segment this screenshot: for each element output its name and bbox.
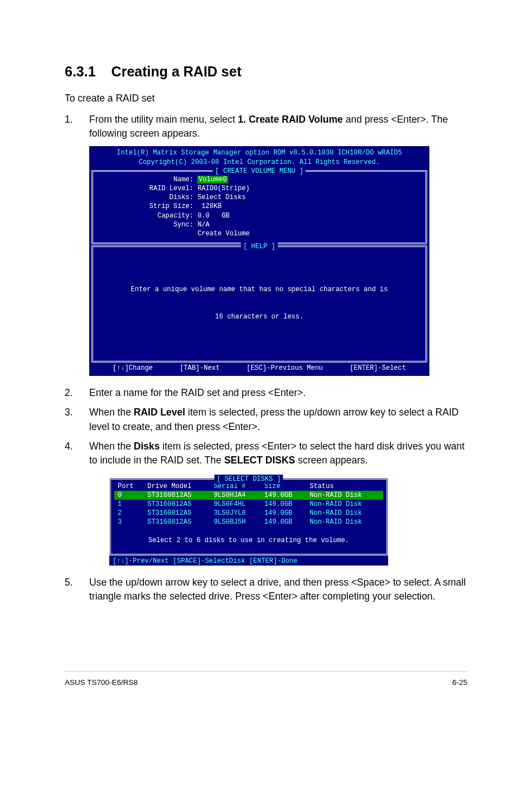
r0-port: 0 xyxy=(114,491,144,500)
section-title-text: Creating a RAID set xyxy=(112,64,241,79)
footer-right: 6-25 xyxy=(452,677,467,688)
r1-port: 1 xyxy=(114,500,144,509)
intro-text: To create a RAID set xyxy=(65,91,467,105)
disk-row-3: 3 ST3160812AS 9LS0BJ5H 149.0GB Non-RAID … xyxy=(114,518,383,526)
fld-strip-v: 128KB xyxy=(197,202,221,210)
fld-create-v: Create Volume xyxy=(197,230,250,238)
step-number: 1. xyxy=(65,113,89,141)
step-5: 5. Use the up/down arrow key to select a… xyxy=(65,576,467,604)
bios2-msg: Select 2 to 6 disks to use in creating t… xyxy=(114,527,383,550)
hdr-port: Port xyxy=(114,482,144,491)
disk-row-1: 1 ST3160812AS 9LS0F4HL 149.0GB Non-RAID … xyxy=(114,500,383,509)
bios1-title-line2: Copyright(C) 2003-08 Intel Corporation. … xyxy=(93,158,426,167)
bios1-box2-label: [ HELP ] xyxy=(241,242,278,251)
step-4-bold: Disks xyxy=(134,441,160,452)
fld-capacity-v: 0.0 GB xyxy=(197,212,230,220)
bios1-help-box: [ HELP ] Enter a unique volume name that… xyxy=(91,245,427,363)
r0-status: Non-RAID Disk xyxy=(306,491,383,500)
bios1-title-line1: Intel(R) Matrix Storage Manager option R… xyxy=(93,148,426,157)
r2-port: 2 xyxy=(114,509,144,518)
r1-status: Non-RAID Disk xyxy=(306,500,383,509)
fld-sync-v: N/A xyxy=(197,221,210,229)
page-footer: ASUS TS700-E6/RS8 6-25 xyxy=(65,671,467,688)
bios2-footer: [↑↓]-Prev/Next [SPACE]-SelectDisk [ENTER… xyxy=(109,557,297,565)
step-number: 2. xyxy=(65,386,89,400)
step-4-post2: screen appears. xyxy=(295,455,367,466)
bios1-footer-esc: [ESC]-Previous Menu xyxy=(246,364,323,373)
fld-name-v: Volume0 xyxy=(197,176,228,183)
fld-name-k: Name: xyxy=(99,175,194,184)
bios1-help-line2: 16 characters or less. xyxy=(107,312,412,321)
fld-disks-v: Select Disks xyxy=(197,194,245,201)
step-5-text: Use the up/down arrow key to select a dr… xyxy=(89,576,467,604)
fld-raidlevel-v: RAID0(Stripe) xyxy=(197,185,250,192)
step-3-bold: RAID Level xyxy=(134,407,185,418)
bios2-label: [ SELECT DISKS ] xyxy=(214,475,283,484)
r0-serial: 9LS0HJA4 xyxy=(210,491,261,500)
fld-disks-k: Disks: xyxy=(99,193,194,202)
bios1-help-line1: Enter a unique volume name that has no s… xyxy=(107,285,412,294)
bios1-box1-label: [ CREATE VOLUME MENU ] xyxy=(213,167,306,176)
r2-serial: 3LS0JYL8 xyxy=(210,509,261,518)
r2-status: Non-RAID Disk xyxy=(306,509,383,518)
r2-size: 149.0GB xyxy=(261,509,306,518)
hdr-model: Drive Model xyxy=(144,482,210,491)
r3-port: 3 xyxy=(114,518,144,526)
bios2-box: [ SELECT DISKS ] Port Drive Model Serial… xyxy=(109,478,388,555)
section-heading: 6.3.1Creating a RAID set xyxy=(65,61,467,81)
r3-serial: 9LS0BJ5H xyxy=(210,518,261,526)
bios1-create-volume-box: [ CREATE VOLUME MENU ] Name: Volume0 RAI… xyxy=(91,170,427,244)
r1-serial: 9LS0F4HL xyxy=(210,500,261,509)
step-number: 4. xyxy=(65,439,89,468)
r2-model: ST3160812AS xyxy=(144,509,210,518)
step-2-text: Enter a name for the RAID set and press … xyxy=(89,386,467,400)
bios-select-disks-screenshot: [ SELECT DISKS ] Port Drive Model Serial… xyxy=(109,478,388,566)
disk-row-2: 2 ST3160812AS 3LS0JYL8 149.0GB Non-RAID … xyxy=(114,509,383,518)
step-number: 5. xyxy=(65,576,89,604)
step-1-bold: 1. Create RAID Volume xyxy=(238,114,342,125)
bios1-footer: [↑↓]Change [TAB]-Next [ESC]-Previous Men… xyxy=(89,364,429,376)
fld-strip-k: Strip Size: xyxy=(99,202,194,211)
footer-left: ASUS TS700-E6/RS8 xyxy=(65,677,138,688)
step-3-pre: When the xyxy=(89,407,134,418)
step-4-pre: When the xyxy=(89,441,134,452)
r0-size: 149.0GB xyxy=(261,491,306,500)
step-1-pre: From the utility main menu, select xyxy=(89,114,238,125)
r0-model: ST3160812AS xyxy=(144,491,210,500)
step-2: 2. Enter a name for the RAID set and pre… xyxy=(65,386,467,400)
bios-create-volume-screenshot: Intel(R) Matrix Storage Manager option R… xyxy=(89,146,429,375)
step-4: 4. When the Disks item is selected, pres… xyxy=(65,439,467,468)
disk-row-0: 0 ST3160812AS 9LS0HJA4 149.0GB Non-RAID … xyxy=(114,491,383,500)
r3-model: ST3160812AS xyxy=(144,518,210,526)
bios1-footer-change: [↑↓]Change xyxy=(113,364,153,373)
fld-capacity-k: Capacity: xyxy=(99,211,194,220)
fld-raidlevel-k: RAID Level: xyxy=(99,184,194,193)
section-number: 6.3.1 xyxy=(65,64,96,79)
step-4-bold2: SELECT DISKS xyxy=(224,455,295,466)
r3-status: Non-RAID Disk xyxy=(306,518,383,526)
bios1-footer-tab: [TAB]-Next xyxy=(180,364,220,373)
r1-model: ST3160812AS xyxy=(144,500,210,509)
bios1-footer-enter: [ENTER]-Select xyxy=(350,364,406,373)
step-1: 1. From the utility main menu, select 1.… xyxy=(65,113,467,141)
hdr-status: Status xyxy=(306,482,383,491)
fld-sync-k: Sync: xyxy=(99,220,194,229)
r3-size: 149.0GB xyxy=(261,518,306,526)
r1-size: 149.0GB xyxy=(261,500,306,509)
step-number: 3. xyxy=(65,405,89,434)
step-3: 3. When the RAID Level item is selected,… xyxy=(65,405,467,434)
